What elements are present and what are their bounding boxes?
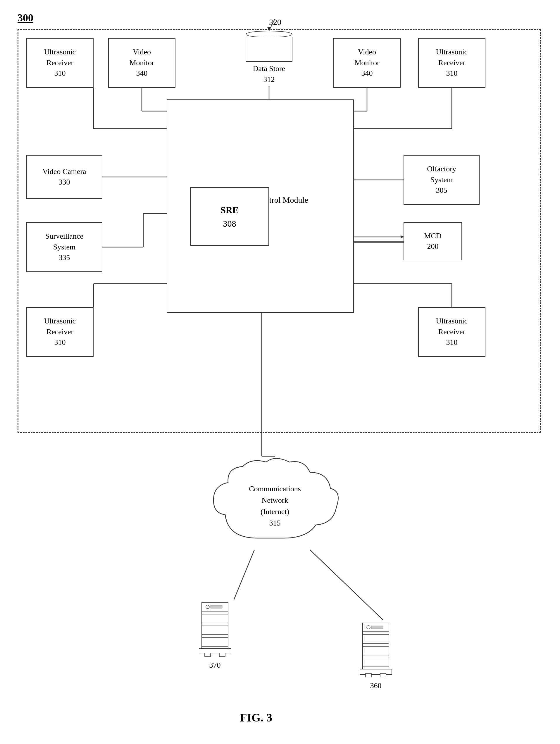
vm-top-left-box: Video Monitor 340 bbox=[108, 38, 176, 88]
svg-rect-50 bbox=[360, 669, 392, 674]
ur-top-right-box: Ultrasonic Receiver 310 bbox=[418, 38, 485, 88]
network-label: Communications Network (Internet) 315 bbox=[249, 483, 301, 529]
svg-rect-52 bbox=[380, 673, 386, 677]
svg-rect-37 bbox=[202, 614, 228, 623]
svg-rect-36 bbox=[211, 605, 222, 608]
data-store-label: Data Store 312 bbox=[253, 64, 285, 85]
vm-top-right-box: Video Monitor 340 bbox=[333, 38, 401, 88]
server-360-icon bbox=[360, 620, 392, 678]
network-cloud: Communications Network (Internet) 315 bbox=[205, 456, 345, 550]
video-camera-label: Video Camera 330 bbox=[42, 166, 86, 188]
figure-number: 300 bbox=[17, 12, 33, 24]
sre-box: SRE 308 bbox=[190, 187, 269, 246]
svg-rect-46 bbox=[371, 626, 383, 629]
olfactory-label: Olfactory System 305 bbox=[427, 164, 456, 196]
olfactory-box: Olfactory System 305 bbox=[404, 155, 480, 205]
ur-bot-right-label: Ultrasonic Receiver 310 bbox=[436, 316, 468, 348]
sre-label: SRE 308 bbox=[221, 203, 238, 230]
svg-rect-38 bbox=[202, 626, 228, 635]
ur-top-right-label: Ultrasonic Receiver 310 bbox=[436, 47, 468, 79]
surveillance-box: Surveillance System 335 bbox=[26, 222, 102, 272]
svg-line-32 bbox=[310, 550, 383, 620]
svg-rect-39 bbox=[202, 638, 228, 646]
mcd-box: MCD 200 bbox=[404, 222, 462, 260]
server-370-label: 370 bbox=[199, 661, 231, 670]
ur-bot-left-label: Ultrasonic Receiver 310 bbox=[44, 316, 76, 348]
cylinder-top bbox=[246, 31, 292, 38]
mcd-label: MCD 200 bbox=[424, 231, 441, 252]
video-camera-box: Video Camera 330 bbox=[26, 155, 102, 199]
cylinder-body bbox=[246, 37, 292, 62]
svg-rect-42 bbox=[219, 653, 225, 657]
server-370: 370 bbox=[199, 599, 231, 670]
svg-line-31 bbox=[234, 550, 254, 599]
ur-bot-left-box: Ultrasonic Receiver 310 bbox=[26, 307, 94, 357]
surveillance-label: Surveillance System 335 bbox=[45, 231, 83, 263]
svg-rect-40 bbox=[199, 649, 231, 654]
svg-rect-49 bbox=[363, 658, 389, 667]
ur-bot-right-box: Ultrasonic Receiver 310 bbox=[418, 307, 485, 357]
ur-top-left-label: Ultrasonic Receiver 310 bbox=[44, 47, 76, 79]
vm-top-right-label: Video Monitor 340 bbox=[354, 47, 379, 79]
vm-top-left-label: Video Monitor 340 bbox=[129, 47, 154, 79]
svg-rect-41 bbox=[205, 653, 211, 657]
svg-rect-51 bbox=[366, 673, 371, 677]
server-370-icon bbox=[199, 599, 231, 658]
ur-top-left-box: Ultrasonic Receiver 310 bbox=[26, 38, 94, 88]
server-360: 360 bbox=[360, 620, 392, 690]
fig-caption: FIG. 3 bbox=[240, 711, 272, 724]
svg-rect-47 bbox=[363, 635, 389, 643]
server-360-label: 360 bbox=[360, 681, 392, 690]
page-container: 300 320 bbox=[0, 0, 560, 744]
data-store: Data Store 312 bbox=[240, 31, 298, 86]
svg-rect-48 bbox=[363, 646, 389, 655]
